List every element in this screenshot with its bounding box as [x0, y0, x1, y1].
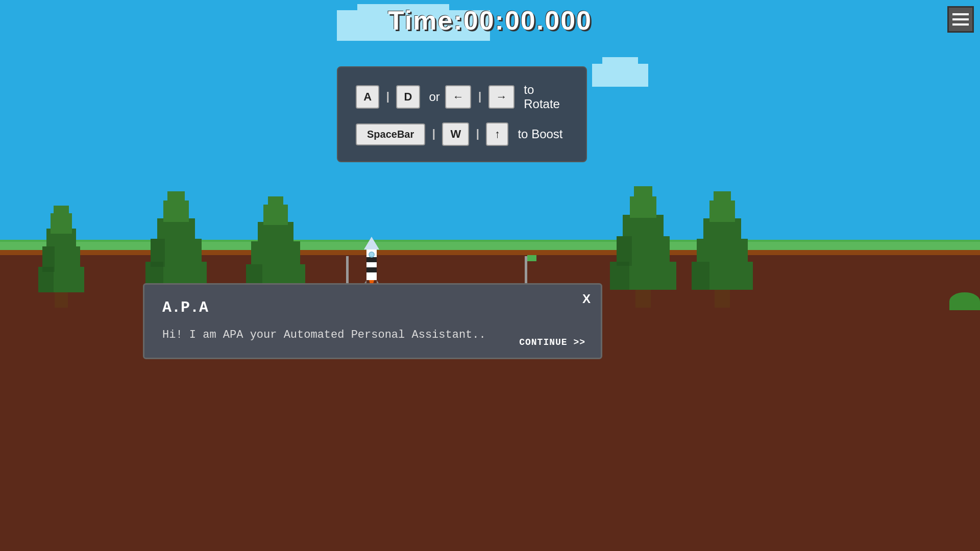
continue-button[interactable]: CONTINUE >>: [519, 337, 585, 347]
tree-1-svg: [28, 206, 94, 308]
key-right: →: [488, 85, 515, 109]
rocket: [359, 237, 379, 288]
tree-5: [684, 190, 761, 310]
menu-icon-bar1: [952, 13, 969, 15]
boost-label: to Boost: [518, 127, 562, 141]
tree-5-svg: [684, 190, 761, 308]
svg-rect-5: [54, 206, 69, 217]
svg-rect-36: [714, 191, 731, 204]
sep-4: |: [474, 128, 481, 141]
key-a: A: [356, 85, 379, 109]
key-d: D: [396, 85, 420, 109]
dialog-box: A.P.A Hi! I am APA your Automated Person…: [143, 283, 602, 359]
key-w: W: [442, 122, 469, 146]
svg-rect-37: [692, 262, 709, 290]
bush-right: [949, 292, 980, 310]
menu-button[interactable]: [947, 6, 974, 33]
svg-rect-28: [634, 186, 652, 199]
svg-rect-29: [610, 262, 629, 290]
tree-4-svg: [602, 185, 684, 308]
rotate-label: to Rotate: [524, 83, 568, 111]
rotate-controls-row: A | D or ← | → to Rotate: [356, 83, 568, 111]
svg-rect-21: [268, 196, 283, 208]
timer-display: Time:00:00.000: [388, 5, 592, 36]
boost-controls-row: SpaceBar | W | ↑ to Boost: [356, 122, 568, 146]
dialog-title: A.P.A: [162, 299, 583, 316]
dialog-close-button[interactable]: X: [582, 292, 591, 306]
sep-2: |: [476, 91, 483, 104]
menu-icon-bar3: [952, 23, 969, 26]
svg-rect-41: [366, 267, 377, 272]
key-up: ↑: [486, 122, 508, 146]
svg-rect-15: [151, 239, 165, 267]
tree-4: [602, 185, 684, 310]
svg-point-47: [370, 253, 374, 257]
svg-rect-40: [366, 257, 377, 262]
sep-1: |: [384, 91, 391, 104]
svg-rect-13: [167, 191, 185, 204]
svg-rect-30: [617, 236, 632, 266]
key-spacebar: SpaceBar: [356, 123, 425, 145]
tree-1: [28, 206, 94, 310]
sep-3: |: [430, 128, 437, 141]
controls-panel: A | D or ← | → to Rotate SpaceBar | W | …: [337, 66, 587, 162]
flag: [527, 255, 536, 261]
cloud-2b: [602, 57, 638, 70]
menu-icon-bar2: [952, 18, 969, 20]
svg-rect-7: [42, 246, 55, 272]
svg-rect-34: [703, 218, 741, 243]
or-label: or: [429, 90, 440, 104]
svg-marker-39: [364, 237, 379, 249]
svg-rect-27: [630, 196, 656, 218]
key-left: ←: [445, 85, 472, 109]
svg-rect-19: [258, 222, 293, 245]
